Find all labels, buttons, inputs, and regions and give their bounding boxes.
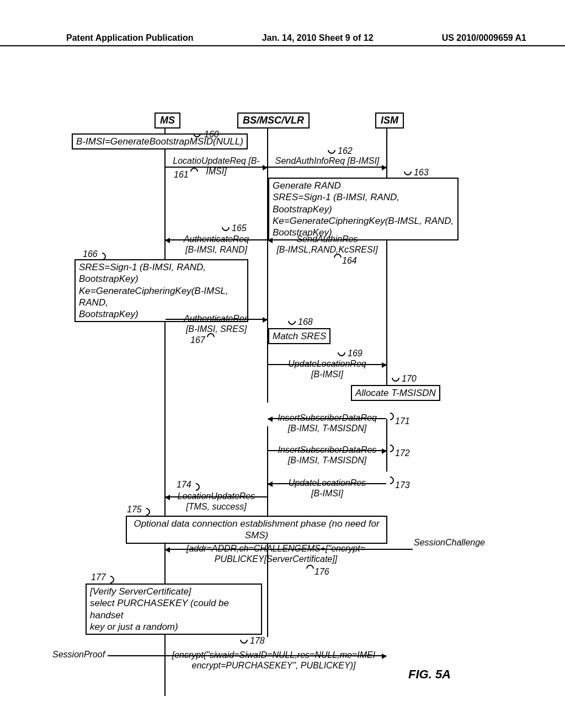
msg-162: SendAuthInfoReq [B-IMSI]	[268, 156, 386, 166]
figure-label: FIG. 5A	[408, 667, 451, 682]
ref-167: 167	[190, 335, 205, 345]
ref-169: 169	[348, 349, 363, 358]
ref-161: 161	[174, 170, 189, 180]
msg-172-l1: InsertSubscriberDataRes	[268, 445, 386, 455]
msg-169-l1: UpdateLocationReq	[268, 358, 386, 369]
ref-177: 177	[91, 572, 106, 582]
box-177-l1: [Verify ServerCertificate]	[90, 586, 258, 597]
msg-174: LocationUpdateRes [TMS, success]	[166, 491, 267, 512]
msg-176-l1: [addr=ADDR,ch=CHALLENGEMS+["encrypt=	[166, 543, 386, 554]
ref-173: 173	[395, 480, 410, 490]
msg-174-l1: LocationUpdateRes	[166, 491, 267, 501]
box-163-l3: Ke=GenerateCipheringKey(B-IMSL, RAND,	[273, 215, 454, 227]
box-177: [Verify ServerCertificate] select PURCHA…	[86, 584, 262, 635]
msg-176: [addr=ADDR,ch=CHALLENGEMS+["encrypt= PUB…	[166, 543, 386, 564]
msg-173: UpdateLocationRes [B-IMSI]	[268, 478, 386, 499]
msg-173-l1: UpdateLocationRes	[268, 478, 386, 488]
msg-172: InsertSubscriberDataRes [B-IMSI, T-MSISD…	[268, 445, 386, 465]
msg-171-l2: [B-IMSI, T-MSISDN]	[268, 423, 386, 433]
box-175: Optional data connection establishment p…	[126, 516, 387, 544]
msg-178-l1: [encrypt("siwaid=SiwaID=NULL,res=NULL,me…	[158, 650, 390, 660]
box-166-l2: Ke=GenerateCipheringKey(B-IMSL, RAND,	[79, 285, 244, 309]
participant-ism: ISM	[375, 113, 404, 129]
msg-172-l2: [B-IMSI, T-MSISDN]	[268, 455, 386, 465]
msg-164-l2: [B-IMSL,RAND,KcSRESI]	[268, 244, 386, 255]
msg-169-l2: [B-IMSI]	[268, 369, 386, 379]
box-177-l2: select PURCHASEKEY (could be handset	[90, 597, 258, 621]
msg-167-l1: AuthenticateRes	[166, 313, 267, 324]
msg-164: SendAuthinRes [B-IMSL,RAND,KcSRESI]	[268, 234, 386, 255]
msg-167-l2: [B-IMSI, SRES]	[166, 324, 267, 334]
page-header: Patent Application Publication Jan. 14, …	[0, 33, 565, 46]
header-right: US 2010/0009659 A1	[442, 33, 526, 43]
ref-178: 178	[250, 636, 265, 646]
ref-176: 176	[315, 567, 329, 577]
line-178b	[108, 655, 166, 656]
msg-165: AuthenticateReq [B-IMSI, RAND]	[166, 234, 267, 255]
msg-167: AuthenticateRes [B-IMSI, SRES]	[166, 313, 267, 334]
ref-165: 165	[232, 223, 247, 233]
ref-170: 170	[402, 374, 417, 384]
lead-170	[390, 372, 401, 383]
lead-173	[385, 475, 396, 486]
line-176b	[386, 549, 413, 550]
lead-169	[336, 347, 347, 358]
box-163: Generate RAND SRES=Sign-1 (B-IMSI, RAND,…	[268, 178, 459, 240]
msg-171-l1: InsertSubscriberDataReq	[268, 413, 386, 423]
lead-163	[402, 166, 413, 177]
sequence-diagram: MS BS/MSC/VLR ISM B-IMSI=GenerateBootstr…	[0, 110, 565, 706]
msg-164-l1: SendAuthinRes	[268, 234, 386, 244]
ref-166: 166	[83, 249, 98, 259]
lead-178	[238, 634, 249, 645]
lead-162	[326, 144, 337, 156]
ref-168: 168	[298, 317, 313, 327]
box-177-l3: key or just a random)	[90, 621, 258, 633]
box-168: Match SRES	[268, 328, 331, 344]
msg-178-l2: encrypt=PURCHASEKEY", PUBLICKEY)]	[158, 660, 390, 671]
header-center: Jan. 14, 2010 Sheet 9 of 12	[262, 33, 374, 43]
msg-171: InsertSubscriberDataReq [B-IMSI, T-MSISD…	[268, 413, 386, 433]
box-170: Allocate T-MSISDN	[351, 385, 440, 401]
box-166-l1: SRES=Sign-1 (B-IMSI, RAND, BootstrapKey)	[79, 261, 244, 285]
box-generate-bootstrap: B-IMSI=GenerateBootstrapMSID(NULL)	[72, 133, 248, 149]
ref-174: 174	[177, 480, 191, 490]
box-168-text: Match SRES	[273, 331, 326, 341]
box-163-l2: SRES=Sign-1 (B-IMSI, RAND, BootstrapKey)	[273, 191, 454, 215]
lead-168	[286, 315, 297, 326]
ref-160: 160	[204, 130, 219, 140]
box-170-text: Allocate T-MSISDN	[355, 388, 436, 398]
box-175-text: Optional data connection establishment p…	[134, 518, 379, 540]
header-left: Patent Application Publication	[66, 33, 194, 43]
msg-176-l2: PUBLICKEY[ServerCertificate]]	[166, 554, 386, 564]
msg-173-l2: [B-IMSI]	[268, 488, 386, 499]
msg-169: UpdateLocationReq [B-IMSI]	[268, 358, 386, 379]
ref-162: 162	[338, 146, 353, 156]
msg-162-l1: SendAuthInfoReq [B-IMSI]	[275, 156, 380, 165]
msg-176-sc: SessionChallenge	[414, 538, 485, 548]
ref-163: 163	[414, 168, 429, 178]
ref-175: 175	[127, 505, 142, 515]
ref-164: 164	[342, 256, 357, 266]
box-163-l1: Generate RAND	[273, 180, 454, 191]
arrow-162	[268, 167, 386, 168]
ref-172: 172	[395, 448, 410, 458]
ref-171: 171	[395, 416, 410, 426]
lead-165	[220, 222, 231, 233]
lead-176	[305, 563, 316, 574]
msg-178-sp: SessionProof	[52, 650, 105, 660]
participant-ms: MS	[154, 113, 180, 129]
msg-174-l2: [TMS, success]	[166, 501, 267, 512]
msg-165-l1: AuthenticateReq	[166, 234, 267, 244]
participant-bs: BS/MSC/VLR	[237, 113, 310, 129]
msg-165-l2: [B-IMSI, RAND]	[166, 244, 267, 255]
msg-178: [encrypt("siwaid=SiwaID=NULL,res=NULL,me…	[158, 650, 390, 671]
